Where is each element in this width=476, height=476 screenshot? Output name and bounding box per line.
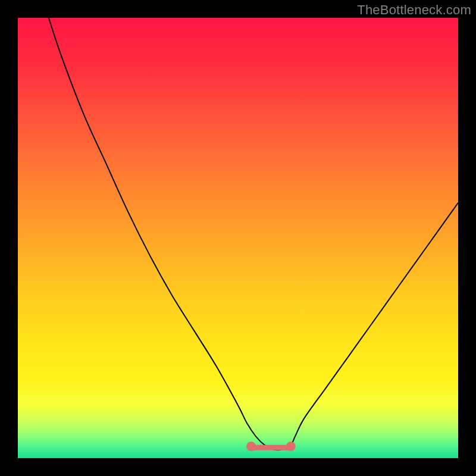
- gradient-background: [18, 18, 458, 458]
- attribution-label: TheBottleneck.com: [357, 2, 471, 18]
- chart-frame: TheBottleneck.com: [0, 0, 476, 476]
- svg-point-1: [246, 441, 256, 451]
- chart-svg: [18, 18, 458, 458]
- svg-point-2: [286, 441, 296, 451]
- plot-area: [18, 18, 458, 458]
